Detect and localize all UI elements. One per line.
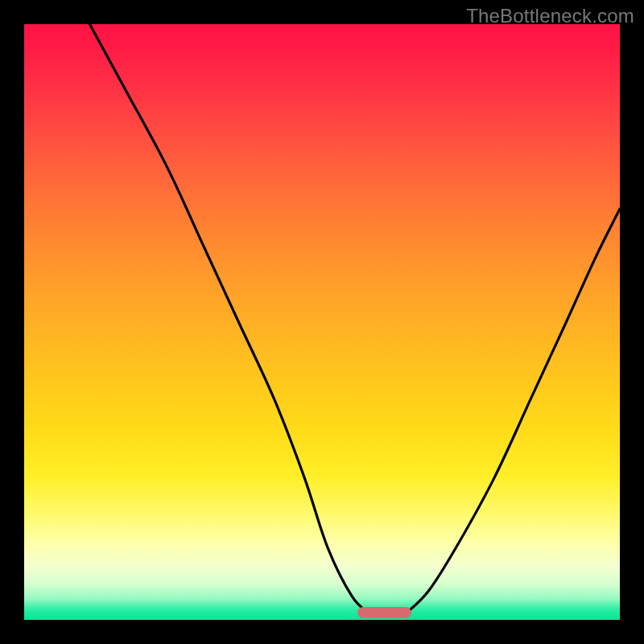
curve-right-branch [406,208,620,613]
bottleneck-curve [24,24,620,620]
chart-frame: TheBottleneck.com [0,0,644,644]
plot-area [24,24,620,620]
curve-left-branch [89,24,369,614]
watermark-text: TheBottleneck.com [466,5,634,27]
optimal-range-marker [357,607,411,618]
